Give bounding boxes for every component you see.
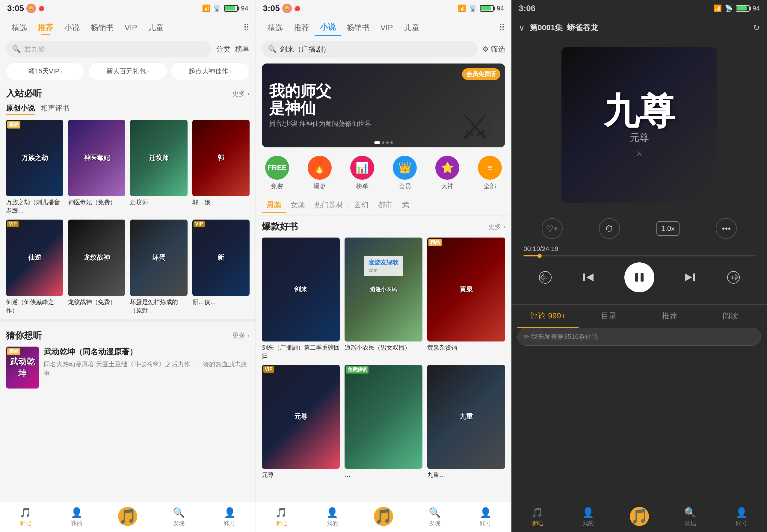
progress-bar-p3[interactable] xyxy=(523,255,755,256)
tab-catalog-p3[interactable]: 目录 xyxy=(579,305,639,328)
book-item-6[interactable]: 龙纹战神 龙纹战神（免费） xyxy=(68,220,125,315)
p2-book-6[interactable]: 九重 九重… xyxy=(427,365,505,479)
subtab-xiangsheng-p1[interactable]: 相声评书 xyxy=(41,102,70,115)
timer-btn-p3[interactable]: ⏱ xyxy=(599,218,620,239)
bottom-nav-faxian-p1[interactable]: 🔍 发现 xyxy=(153,507,205,527)
nav-tuijian-p1[interactable]: 推荐 xyxy=(32,20,59,35)
book-item-4[interactable]: 郭 郭…娘 xyxy=(192,120,250,215)
rec-cover-p1: 武动乾坤 精品 xyxy=(6,347,39,389)
bottom-nav-wode-p1[interactable]: 👤 我的 xyxy=(51,507,102,527)
book-item-1[interactable]: 精品 万族之劫 万族之劫（刺儿播音 老鹰… xyxy=(6,120,63,215)
search-box-p1[interactable]: 🔍 君九龄 xyxy=(6,41,211,58)
section1-title-p1: 入站必听 xyxy=(6,87,42,100)
bottom-nav-faxian-p2[interactable]: 🔍 发现 xyxy=(409,507,460,527)
bottom-nav-tingba-p2[interactable]: 🎵 听吧 xyxy=(256,507,307,527)
nav-jingxuan-p2[interactable]: 精选 xyxy=(262,20,288,35)
book-item-8[interactable]: VIP 新 新…侠… xyxy=(192,220,250,315)
bottom-nav-zhanghao-p3[interactable]: 👤 账号 xyxy=(716,507,767,527)
hero-banner-p2[interactable]: 我的师父是神仙 播音/少柒 拜神仙为师闯荡修仙世界 会员免费听 ⚔ xyxy=(262,64,505,147)
book-item-5[interactable]: VIP 仙逆 仙逆（仙侠巅峰之作） xyxy=(6,220,63,315)
nav-ertong-p2[interactable]: 儿童 xyxy=(398,20,425,35)
subtab-yuanchuang-p1[interactable]: 原创小说 xyxy=(6,102,35,115)
nav-xiaoshuo-p2[interactable]: 小说 xyxy=(315,19,341,36)
nav-tuijian-p2[interactable]: 推荐 xyxy=(288,20,315,35)
p2-title-3: 黄泉杂货铺 xyxy=(427,343,505,352)
nav-xiaoshuo-p1[interactable]: 小说 xyxy=(59,20,85,35)
book-item-7[interactable]: 坏蛋 坏蛋是怎样炼成的（原野… xyxy=(130,220,187,315)
bottom-nav-wode-p2[interactable]: 👤 我的 xyxy=(307,507,358,527)
book-item-3[interactable]: 迁坟师 迁坟师 xyxy=(130,120,187,215)
nav-changshou-p1[interactable]: 畅销书 xyxy=(85,20,119,35)
p2-book-4[interactable]: VIP 元尊 元尊 xyxy=(262,365,340,479)
p2-book-3[interactable]: 精品 黄泉 黄泉杂货铺 xyxy=(427,238,505,360)
quanbu-icon-p2: ≡ xyxy=(487,163,492,173)
nav-tabs-p2: 精选 推荐 小说 畅销书 VIP 儿童 ⠿ xyxy=(256,17,511,38)
bottom-nav-center-p2[interactable]: 🎵 xyxy=(358,507,409,527)
back-button-p3[interactable]: ∨ xyxy=(519,23,525,33)
gender-nyupin-p2[interactable]: 女频 xyxy=(286,198,310,213)
tab-recommend-p3[interactable]: 推荐 xyxy=(639,305,700,328)
promo-gift-p1[interactable]: 新人百元礼包 › xyxy=(88,62,167,80)
search-box-p2[interactable]: 🔍 剑来（广播剧） xyxy=(262,41,478,58)
divider-p1 xyxy=(0,319,256,322)
nav-jingxuan-p1[interactable]: 精选 xyxy=(6,20,32,35)
more-btn-p3[interactable]: ••• xyxy=(716,218,737,239)
speed-btn-p3[interactable]: 1.0x xyxy=(656,221,680,236)
bottom-nav-faxian-p3[interactable]: 🔍 发现 xyxy=(665,507,716,527)
refresh-button-p3[interactable]: ↻ xyxy=(753,23,760,32)
prev-btn-p3[interactable] xyxy=(581,270,596,285)
gender-remen-p2[interactable]: 热门题材 xyxy=(310,198,348,213)
p2-book-1[interactable]: 剑来 剑来（广播剧）第二季重磅回归 xyxy=(262,238,340,360)
tingba-label-p1: 听吧 xyxy=(20,519,31,527)
promo-vip-p1[interactable]: 领15天VIP › xyxy=(6,62,85,80)
svg-text:15: 15 xyxy=(543,275,548,280)
filter-btn-p2[interactable]: ⚙ 筛选 xyxy=(482,44,505,54)
avatar-p1: 😊 xyxy=(26,4,36,13)
bottom-nav-center-p1[interactable]: 🎵 xyxy=(102,507,153,527)
hero-dots-p2 xyxy=(374,141,393,144)
gender-nanpin-p2[interactable]: 男频 xyxy=(262,198,286,213)
icon-quanbu-p2[interactable]: ≡ 全部 xyxy=(469,156,511,191)
icon-bangdan-p2[interactable]: 📊 榜单 xyxy=(341,156,383,191)
filter-fenlei-p1[interactable]: 分类 xyxy=(216,44,230,54)
faxian-label-p2: 发现 xyxy=(429,519,440,527)
p2-book-2[interactable]: 逍遥小农民 逍遥小农民（男女双播） xyxy=(345,238,422,360)
nav-more-p1[interactable]: ⠿ xyxy=(243,23,250,33)
comment-input-p3[interactable]: ✏ 我来发表第3516条评论 xyxy=(517,328,761,346)
p2-book-5[interactable]: 免费解锁 … xyxy=(345,365,422,479)
bottom-nav-zhanghao-p1[interactable]: 👤 账号 xyxy=(204,507,256,527)
bottom-nav-center-p3[interactable]: 🎵 xyxy=(614,507,665,527)
book-item-2[interactable]: 神医毒妃 神医毒妃（免费） xyxy=(68,120,125,215)
nav-changshou-p2[interactable]: 畅销书 xyxy=(341,20,375,35)
nav-vip-p2[interactable]: VIP xyxy=(375,21,398,35)
icon-free-p2[interactable]: FREE 免费 xyxy=(256,156,298,191)
bottom-nav-wode-p3[interactable]: 👤 我的 xyxy=(563,507,614,527)
nav-more-p2[interactable]: ⠿ xyxy=(499,23,505,33)
gender-xuanhuan-p2[interactable]: 玄幻 xyxy=(349,198,373,213)
section-more-p2[interactable]: 更多 › xyxy=(488,222,505,231)
next-btn-p3[interactable] xyxy=(683,270,697,285)
filter-bangdan-p1[interactable]: 榜单 xyxy=(235,44,250,54)
nav-vip-p1[interactable]: VIP xyxy=(119,21,143,35)
play-pause-btn-p3[interactable] xyxy=(624,262,654,292)
icon-huiyuan-p2[interactable]: 👑 会员 xyxy=(383,156,426,191)
icon-baogeng-p2[interactable]: 🔥 爆更 xyxy=(298,156,341,191)
hero-title-p2: 我的师父是神仙 xyxy=(269,83,372,117)
promo-master-p1[interactable]: 起点大神佳作 › xyxy=(171,62,250,80)
nav-ertong-p1[interactable]: 儿童 xyxy=(143,20,169,35)
icon-dashen-p2[interactable]: ⭐ 大神 xyxy=(426,156,469,191)
like-btn-p3[interactable]: ♡+ xyxy=(542,218,563,239)
tab-comments-p3[interactable]: 评论 999+ xyxy=(517,305,578,328)
bottom-nav-tingba-p1[interactable]: 🎵 听吧 xyxy=(0,507,51,527)
forward-btn-p3[interactable]: 15 xyxy=(726,270,741,285)
rewind-btn-p3[interactable]: 15 xyxy=(538,270,553,285)
gender-dushi-p2[interactable]: 都市 xyxy=(373,198,397,213)
recommend-row-p1[interactable]: 武动乾坤 精品 武动乾坤（同名动漫原著） 同名火热动漫原著!天蚕土豆继《斗破苍穹… xyxy=(0,344,256,391)
section1-more-p1[interactable]: 更多 › xyxy=(232,89,249,98)
tab-read-p3[interactable]: 阅读 xyxy=(700,305,761,328)
bottom-nav-zhanghao-p2[interactable]: 👤 账号 xyxy=(460,507,511,527)
section2-more-p1[interactable]: 更多 › xyxy=(232,331,249,340)
faxian-icon-p1: 🔍 xyxy=(173,507,185,518)
bottom-nav-tingba-p3[interactable]: 🎵 听吧 xyxy=(511,507,563,527)
gender-wu-p2[interactable]: 武 xyxy=(397,198,414,213)
